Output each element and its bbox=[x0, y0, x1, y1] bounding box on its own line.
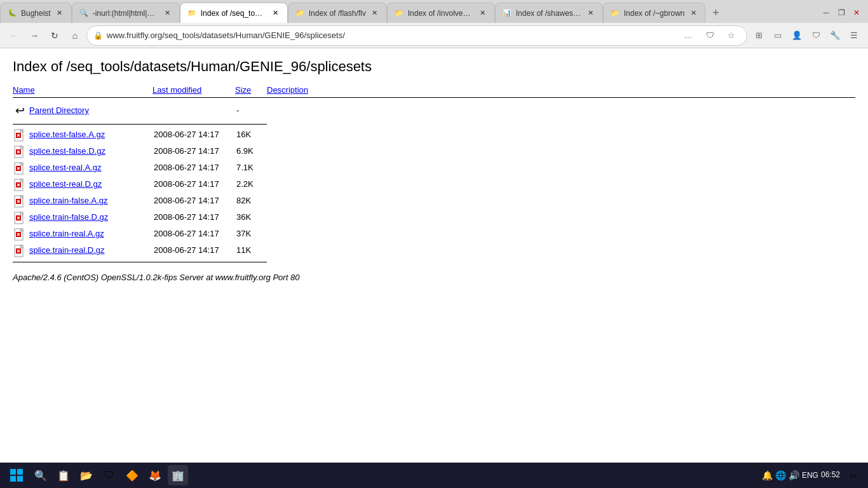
tab-close-button[interactable]: ✕ bbox=[478, 8, 488, 18]
reader-view-button[interactable]: 🛡 bbox=[701, 27, 719, 44]
bookmark-button[interactable]: ☆ bbox=[722, 27, 740, 44]
file-link[interactable]: splice.test-false.A.gz bbox=[29, 130, 105, 139]
tab-close-button[interactable]: ✕ bbox=[163, 8, 173, 18]
file-row: splice.train-false.D.gz 2008-06-27 14:17… bbox=[13, 210, 855, 226]
close-button[interactable]: ✕ bbox=[850, 6, 863, 19]
tab-close-button[interactable]: ✕ bbox=[688, 8, 698, 18]
server-info: Apache/2.4.6 (CentOS) OpenSSL/1.0.2k-fip… bbox=[13, 273, 855, 282]
browser-window: 🐛 Bugheist ✕ 🔍 -inurl:(html|html|ph... ✕… bbox=[0, 0, 868, 488]
svg-rect-49 bbox=[17, 469, 23, 475]
file-row: splice.test-false.D.gz 2008-06-27 14:17 … bbox=[13, 144, 855, 160]
tab-favicon: 📁 bbox=[295, 8, 305, 18]
file-link[interactable]: splice.train-false.D.gz bbox=[29, 212, 108, 222]
taskbar-firefox[interactable]: 🦊 bbox=[145, 465, 165, 485]
window-controls: ─ ❐ ✕ bbox=[815, 3, 868, 23]
start-button[interactable] bbox=[5, 464, 28, 487]
parent-dir-size: - bbox=[236, 104, 268, 118]
taskbar-time: 06:52 bbox=[821, 470, 840, 480]
lock-icon: 🔒 bbox=[93, 31, 103, 40]
file-icon bbox=[13, 211, 27, 225]
file-size: 37K bbox=[236, 227, 268, 241]
file-modified: 2008-06-27 14:17 bbox=[154, 145, 236, 158]
file-link[interactable]: splice.train-real.A.gz bbox=[29, 229, 104, 238]
tab-close-button[interactable]: ✕ bbox=[586, 8, 596, 18]
new-tab-button[interactable]: + bbox=[705, 3, 726, 23]
tab-favicon: 📁 bbox=[394, 8, 404, 18]
file-icon bbox=[13, 128, 27, 142]
tab-close-button[interactable]: ✕ bbox=[55, 8, 65, 18]
tab-label: Index of /~gbrown bbox=[624, 9, 685, 18]
taskbar-task-view[interactable]: 📋 bbox=[53, 465, 74, 485]
address-bar-wrapper: 🔒 … 🛡 ☆ bbox=[86, 25, 747, 46]
tab-favicon: 📁 bbox=[610, 8, 620, 18]
taskbar-clock[interactable]: 06:52 bbox=[821, 470, 840, 480]
file-icon bbox=[13, 244, 27, 258]
taskbar-search[interactable]: 🔍 bbox=[31, 465, 51, 485]
back-button[interactable]: ← bbox=[5, 27, 23, 44]
svg-rect-50 bbox=[10, 476, 16, 482]
tab-label: Index of /seq_tools... bbox=[201, 9, 267, 18]
file-icon bbox=[13, 161, 27, 175]
parent-directory-row: ↩ Parent Directory - bbox=[13, 100, 855, 121]
extensions-button[interactable]: 🔧 bbox=[826, 27, 844, 44]
tab-label: Index of /shawest/P... bbox=[516, 9, 582, 18]
minimize-button[interactable]: ─ bbox=[820, 6, 832, 19]
tab-tab-gbrown[interactable]: 📁 Index of /~gbrown ✕ bbox=[603, 3, 706, 23]
parent-directory-link[interactable]: Parent Directory bbox=[29, 105, 89, 115]
taskbar-office[interactable]: 🏢 bbox=[168, 465, 188, 485]
file-link[interactable]: splice.test-real.D.gz bbox=[29, 179, 102, 189]
tab-label: -inurl:(html|html|ph... bbox=[93, 9, 159, 18]
address-bar[interactable] bbox=[107, 30, 675, 40]
refresh-button[interactable]: ↻ bbox=[46, 27, 64, 44]
menu-button[interactable]: ☰ bbox=[845, 27, 863, 44]
account-button[interactable]: 👤 bbox=[788, 27, 806, 44]
file-modified: 2008-06-27 14:17 bbox=[154, 161, 236, 175]
tab-tab-flash[interactable]: 📁 Index of /flash/flv ✕ bbox=[288, 3, 387, 23]
file-link[interactable]: splice.test-false.D.gz bbox=[29, 146, 105, 156]
tab-favicon: 📁 bbox=[187, 8, 197, 18]
sort-by-description[interactable]: Description bbox=[267, 85, 308, 95]
file-row: splice.test-real.A.gz 2008-06-27 14:17 7… bbox=[13, 160, 855, 177]
taskbar-sys-icons: 🔔 🌐 🔊 ENG bbox=[762, 470, 818, 480]
sort-by-name[interactable]: Name bbox=[13, 85, 35, 95]
tab-bar: 🐛 Bugheist ✕ 🔍 -inurl:(html|html|ph... ✕… bbox=[0, 0, 868, 23]
nav-right-icons: ⊞ ▭ 👤 🛡 🔧 ☰ bbox=[750, 27, 863, 44]
tab-close-button[interactable]: ✕ bbox=[370, 8, 380, 18]
forward-button[interactable]: → bbox=[25, 27, 43, 44]
library-button[interactable]: ⊞ bbox=[750, 27, 768, 44]
file-modified: 2008-06-27 14:17 bbox=[154, 244, 236, 257]
tab-tab-inurl[interactable]: 🔍 -inurl:(html|html|ph... ✕ bbox=[72, 3, 180, 23]
file-row: splice.train-real.A.gz 2008-06-27 14:17 … bbox=[13, 226, 855, 243]
file-link[interactable]: splice.train-real.D.gz bbox=[29, 245, 105, 255]
dir-header: Name Last modified Size Description bbox=[13, 85, 855, 98]
file-link[interactable]: splice.train-false.A.gz bbox=[29, 196, 108, 205]
parent-dir-icon: ↩ bbox=[13, 102, 27, 120]
tab-tab-shawest[interactable]: 📊 Index of /shawest/P... ✕ bbox=[495, 3, 603, 23]
taskbar-shield[interactable]: 🛡 bbox=[99, 465, 119, 485]
shield-button[interactable]: 🛡 bbox=[807, 27, 825, 44]
sort-by-modified[interactable]: Last modified bbox=[153, 85, 201, 95]
file-row: splice.test-false.A.gz 2008-06-27 14:17 … bbox=[13, 127, 855, 144]
sort-by-size[interactable]: Size bbox=[235, 85, 251, 95]
tab-tab-seq-tools[interactable]: 📁 Index of /seq_tools... ✕ bbox=[180, 3, 288, 23]
file-size: 16K bbox=[236, 128, 268, 142]
tab-favicon: 🔍 bbox=[79, 8, 89, 18]
taskbar-show-desktop[interactable]: ▭ bbox=[843, 465, 863, 485]
tab-close-button[interactable]: ✕ bbox=[271, 8, 281, 18]
tab-tab-involved[interactable]: 📁 Index of /involved/... ✕ bbox=[387, 3, 495, 23]
svg-rect-48 bbox=[10, 469, 16, 475]
taskbar-icon-orange[interactable]: 🔶 bbox=[122, 465, 142, 485]
taskbar-file-explorer[interactable]: 📂 bbox=[76, 465, 97, 485]
taskbar-volume-icon: 🔊 bbox=[789, 470, 799, 480]
restore-button[interactable]: ❐ bbox=[835, 6, 848, 19]
tab-favicon: 🐛 bbox=[7, 8, 17, 18]
file-link[interactable]: splice.test-real.A.gz bbox=[29, 163, 101, 172]
file-size: 7.1K bbox=[236, 161, 268, 175]
tab-tab-bugheist[interactable]: 🐛 Bugheist ✕ bbox=[0, 3, 72, 23]
tab-label: Index of /flash/flv bbox=[309, 9, 366, 18]
file-row: splice.test-real.D.gz 2008-06-27 14:17 2… bbox=[13, 177, 855, 193]
home-button[interactable]: ⌂ bbox=[66, 27, 84, 44]
file-size: 36K bbox=[236, 211, 268, 224]
more-options-button[interactable]: … bbox=[679, 27, 697, 44]
synced-tabs-button[interactable]: ▭ bbox=[769, 27, 787, 44]
